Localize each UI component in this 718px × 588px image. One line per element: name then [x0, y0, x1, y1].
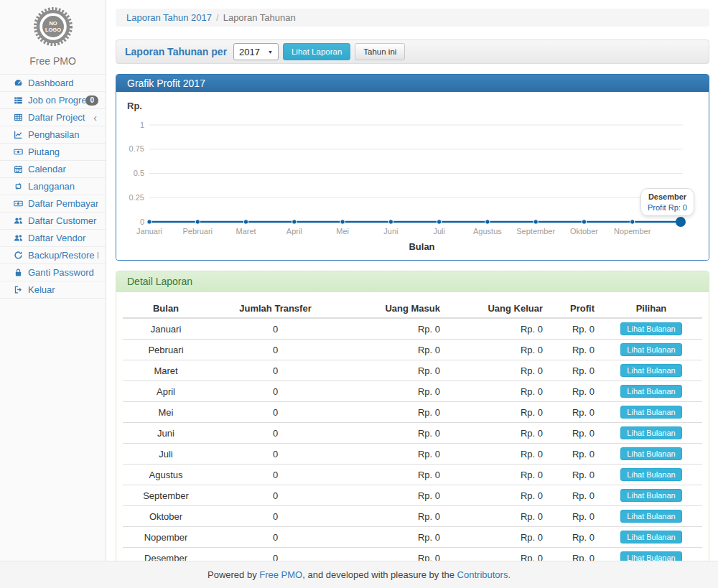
sidebar-item-backup-restore-db[interactable]: Backup/Restore DB [0, 247, 106, 264]
cell-bulan: Juli [123, 444, 209, 465]
lihat-bulanan-button[interactable]: Lihat Bulanan [620, 468, 681, 481]
sidebar-item-keluar[interactable]: Keluar [0, 281, 106, 299]
cell-jumlah-transfer: 0 [209, 402, 342, 423]
cell-bulan: Maret [123, 360, 209, 381]
lihat-laporan-button[interactable]: Lihat Laporan [283, 43, 350, 60]
table-row: Mei 0 Rp. 0 Rp. 0 Rp. 0 Lihat Bulanan [123, 402, 702, 423]
logo-text-line2: LOGO [45, 27, 60, 33]
x-axis-label: Bulan [127, 241, 698, 252]
cell-uang-keluar: Rp. 0 [446, 423, 549, 444]
cell-bulan: Agustus [123, 465, 209, 485]
sidebar-item-label: Daftar Pembayaran [28, 198, 98, 209]
money-icon [14, 199, 26, 208]
brand-name: Free PMO [0, 55, 106, 67]
col-header-profit: Profit [549, 299, 600, 318]
svg-text:0.5: 0.5 [134, 169, 144, 177]
svg-text:Juli: Juli [433, 227, 445, 235]
chart-hover-tooltip: Desember Profit Rp: 0 [640, 188, 694, 216]
year-select[interactable]: 2017 ▼ [233, 43, 279, 60]
cell-uang-keluar: Rp. 0 [446, 360, 549, 381]
col-header-bulan: Bulan [123, 299, 209, 318]
col-header-pilihan: Pilihan [600, 299, 702, 318]
detail-panel-body: Bulan Jumlah Transfer Uang Masuk Uang Ke… [116, 292, 709, 588]
breadcrumb-link-laporan-tahun[interactable]: Laporan Tahun 2017 [126, 12, 212, 23]
y-axis-label: Rp. [127, 101, 698, 111]
cell-uang-masuk: Rp. 0 [342, 381, 446, 402]
sidebar-item-piutang[interactable]: Piutang [0, 144, 106, 161]
main-content: Laporan Tahun 2017/Laporan Tahunan Lapor… [107, 0, 718, 588]
sidebar-item-job-on-progress[interactable]: Job on Progress 0 [0, 92, 106, 109]
footer-link-free-pmo[interactable]: Free PMO [259, 569, 302, 580]
lihat-bulanan-button[interactable]: Lihat Bulanan [620, 322, 681, 335]
svg-text:Mei: Mei [336, 227, 349, 235]
tahun-ini-button[interactable]: Tahun ini [355, 43, 405, 60]
lihat-bulanan-button[interactable]: Lihat Bulanan [620, 426, 681, 439]
cell-jumlah-transfer: 0 [209, 465, 342, 485]
logo: NO LOGO [0, 0, 106, 49]
table-icon [14, 113, 26, 122]
table-row: Nopember 0 Rp. 0 Rp. 0 Rp. 0 Lihat Bulan… [123, 527, 702, 548]
cell-profit: Rp. 0 [549, 423, 600, 444]
cell-uang-keluar: Rp. 0 [446, 527, 549, 548]
year-filter-bar: Laporan Tahunan per 2017 ▼ Lihat Laporan… [116, 39, 709, 64]
cell-jumlah-transfer: 0 [209, 318, 342, 340]
sidebar-item-label: Dashboard [28, 78, 98, 88]
dashboard-icon [14, 78, 26, 88]
tooltip-value: Profit Rp: 0 [648, 203, 687, 212]
profit-chart-panel: Grafik Profit 2017 Rp. 00.250.50.751Janu… [116, 74, 709, 261]
lihat-bulanan-button[interactable]: Lihat Bulanan [620, 531, 681, 543]
cell-jumlah-transfer: 0 [209, 340, 342, 360]
sidebar-item-label: Job on Progress [28, 95, 85, 106]
lihat-bulanan-button[interactable]: Lihat Bulanan [620, 447, 681, 460]
sidebar-item-daftar-project[interactable]: Daftar Project ‹ [0, 109, 106, 126]
table-row: Maret 0 Rp. 0 Rp. 0 Rp. 0 Lihat Bulanan [123, 360, 702, 381]
cell-bulan: Juni [123, 423, 209, 444]
cell-uang-keluar: Rp. 0 [446, 506, 549, 527]
cell-uang-keluar: Rp. 0 [446, 465, 549, 485]
cell-jumlah-transfer: 0 [209, 381, 342, 402]
sidebar-item-daftar-vendor[interactable]: Daftar Vendor [0, 230, 106, 247]
cell-uang-keluar: Rp. 0 [446, 444, 549, 465]
year-select-value: 2017 [239, 47, 260, 57]
chevron-left-icon: ‹ [93, 113, 98, 123]
cell-bulan: Mei [123, 402, 209, 423]
lihat-bulanan-button[interactable]: Lihat Bulanan [620, 406, 681, 419]
footer: Powered by Free PMO, and developed with … [0, 561, 718, 588]
sidebar-item-daftar-customer[interactable]: Daftar Customer [0, 213, 106, 230]
users-icon [14, 233, 26, 243]
detail-laporan-panel: Detail Laporan Bulan Jumlah Transfer Uan… [116, 271, 709, 588]
logo-text-line1: NO [49, 20, 57, 27]
sidebar-item-label: Langganan [28, 181, 98, 192]
chart-body: Rp. 00.250.50.751JanuariPebruariMaretApr… [116, 92, 709, 260]
sidebar-item-langganan[interactable]: Langganan [0, 178, 106, 195]
lihat-bulanan-button[interactable]: Lihat Bulanan [620, 364, 681, 377]
sidebar: NO LOGO Free PMO Dashboard [0, 0, 106, 561]
cell-uang-masuk: Rp. 0 [342, 527, 446, 548]
lihat-bulanan-button[interactable]: Lihat Bulanan [620, 489, 681, 502]
sidebar-item-daftar-pembayaran[interactable]: Daftar Pembayaran [0, 195, 106, 213]
cell-bulan: Oktober [123, 506, 209, 527]
footer-link-contributors[interactable]: Contributors. [457, 569, 510, 580]
sidebar-item-label: Penghasilan [28, 129, 98, 140]
tasks-icon [14, 95, 26, 105]
table-row: Januari 0 Rp. 0 Rp. 0 Rp. 0 Lihat Bulana… [123, 318, 702, 340]
sidebar-item-dashboard[interactable]: Dashboard [0, 75, 106, 92]
cell-jumlah-transfer: 0 [209, 527, 342, 548]
lihat-bulanan-button[interactable]: Lihat Bulanan [620, 510, 681, 523]
sidebar-item-label: Backup/Restore DB [28, 250, 98, 261]
col-header-jumlah-transfer: Jumlah Transfer [209, 299, 342, 318]
svg-text:Maret: Maret [236, 227, 256, 235]
sidebar-nav: Dashboard Job on Progress 0 [0, 74, 106, 299]
cell-jumlah-transfer: 0 [209, 360, 342, 381]
profit-chart[interactable]: 00.250.50.751JanuariPebruariMaretAprilMe… [127, 112, 699, 239]
sidebar-item-penghasilan[interactable]: Penghasilan [0, 126, 106, 144]
breadcrumb-active: Laporan Tahunan [223, 12, 296, 23]
cell-profit: Rp. 0 [549, 527, 600, 548]
sidebar-item-ganti-password[interactable]: Ganti Password [0, 264, 106, 281]
sign-out-icon [14, 285, 26, 294]
cell-uang-masuk: Rp. 0 [342, 485, 446, 506]
lihat-bulanan-button[interactable]: Lihat Bulanan [620, 385, 681, 398]
cell-profit: Rp. 0 [549, 465, 600, 485]
lihat-bulanan-button[interactable]: Lihat Bulanan [620, 343, 681, 356]
sidebar-item-calendar[interactable]: Calendar [0, 161, 106, 178]
